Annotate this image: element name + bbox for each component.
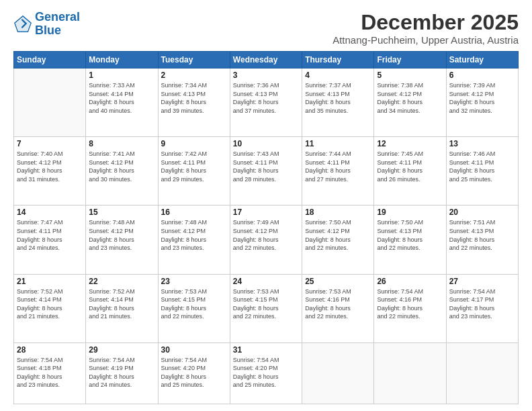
calendar-day-cell: 29Sunrise: 7:54 AM Sunset: 4:19 PM Dayli… <box>86 342 158 404</box>
day-info: Sunrise: 7:34 AM Sunset: 4:13 PM Dayligh… <box>161 81 227 115</box>
day-info: Sunrise: 7:51 AM Sunset: 4:13 PM Dayligh… <box>449 218 515 252</box>
calendar-day-cell: 14Sunrise: 7:47 AM Sunset: 4:11 PM Dayli… <box>14 205 86 274</box>
day-info: Sunrise: 7:54 AM Sunset: 4:19 PM Dayligh… <box>89 356 154 390</box>
calendar-day-cell: 10Sunrise: 7:43 AM Sunset: 4:11 PM Dayli… <box>230 137 302 205</box>
day-number: 23 <box>161 277 227 286</box>
day-info: Sunrise: 7:54 AM Sunset: 4:17 PM Dayligh… <box>449 287 515 321</box>
calendar-day-cell: 24Sunrise: 7:53 AM Sunset: 4:15 PM Dayli… <box>230 274 302 342</box>
calendar-day-cell: 30Sunrise: 7:54 AM Sunset: 4:20 PM Dayli… <box>158 342 230 404</box>
day-number: 10 <box>233 139 299 148</box>
calendar-day-cell: 21Sunrise: 7:52 AM Sunset: 4:14 PM Dayli… <box>14 274 86 342</box>
day-info: Sunrise: 7:48 AM Sunset: 4:12 PM Dayligh… <box>161 218 227 252</box>
calendar-day-cell: 12Sunrise: 7:45 AM Sunset: 4:11 PM Dayli… <box>374 137 446 205</box>
day-info: Sunrise: 7:53 AM Sunset: 4:16 PM Dayligh… <box>305 287 371 321</box>
calendar-day-cell: 28Sunrise: 7:54 AM Sunset: 4:18 PM Dayli… <box>14 342 86 404</box>
weekday-header-cell: Tuesday <box>158 52 230 68</box>
day-info: Sunrise: 7:53 AM Sunset: 4:15 PM Dayligh… <box>233 287 299 321</box>
day-number: 13 <box>449 139 515 148</box>
calendar-table: SundayMondayTuesdayWednesdayThursdayFrid… <box>13 51 519 404</box>
day-number: 16 <box>161 208 227 217</box>
page: General Blue December 2025 Attnang-Puchh… <box>0 0 532 411</box>
calendar-day-cell: 22Sunrise: 7:52 AM Sunset: 4:14 PM Dayli… <box>86 274 158 342</box>
day-info: Sunrise: 7:54 AM Sunset: 4:20 PM Dayligh… <box>161 356 227 390</box>
calendar-week-row: 14Sunrise: 7:47 AM Sunset: 4:11 PM Dayli… <box>14 205 519 274</box>
weekday-header-cell: Wednesday <box>230 52 302 68</box>
calendar-day-cell <box>374 342 446 404</box>
calendar-day-cell: 3Sunrise: 7:36 AM Sunset: 4:13 PM Daylig… <box>230 68 302 137</box>
calendar-day-cell: 31Sunrise: 7:54 AM Sunset: 4:20 PM Dayli… <box>230 342 302 404</box>
calendar-day-cell <box>446 342 518 404</box>
day-number: 24 <box>233 277 299 286</box>
weekday-header-row: SundayMondayTuesdayWednesdayThursdayFrid… <box>14 52 519 68</box>
calendar-day-cell: 23Sunrise: 7:53 AM Sunset: 4:15 PM Dayli… <box>158 274 230 342</box>
day-info: Sunrise: 7:41 AM Sunset: 4:12 PM Dayligh… <box>89 150 154 183</box>
day-number: 9 <box>161 139 227 148</box>
logo-icon <box>13 15 32 34</box>
day-info: Sunrise: 7:40 AM Sunset: 4:12 PM Dayligh… <box>17 150 83 183</box>
day-info: Sunrise: 7:48 AM Sunset: 4:12 PM Dayligh… <box>89 218 154 252</box>
svg-marker-0 <box>15 17 30 31</box>
day-number: 28 <box>17 345 83 355</box>
day-number: 8 <box>89 139 154 148</box>
calendar-day-cell: 7Sunrise: 7:40 AM Sunset: 4:12 PM Daylig… <box>14 137 86 205</box>
day-info: Sunrise: 7:43 AM Sunset: 4:11 PM Dayligh… <box>233 150 299 183</box>
weekday-header-cell: Thursday <box>302 52 374 68</box>
calendar-day-cell <box>14 68 86 137</box>
day-info: Sunrise: 7:54 AM Sunset: 4:20 PM Dayligh… <box>233 356 299 390</box>
day-number: 7 <box>17 139 83 148</box>
location-title: Attnang-Puchheim, Upper Austria, Austria <box>332 34 519 46</box>
day-number: 12 <box>377 139 443 148</box>
calendar-day-cell: 13Sunrise: 7:46 AM Sunset: 4:11 PM Dayli… <box>446 137 518 205</box>
day-info: Sunrise: 7:52 AM Sunset: 4:14 PM Dayligh… <box>17 287 83 321</box>
day-number: 31 <box>233 345 299 355</box>
day-number: 11 <box>305 139 371 148</box>
day-number: 5 <box>377 71 443 80</box>
calendar-day-cell: 16Sunrise: 7:48 AM Sunset: 4:12 PM Dayli… <box>158 205 230 274</box>
day-number: 21 <box>17 277 83 286</box>
calendar-day-cell: 6Sunrise: 7:39 AM Sunset: 4:12 PM Daylig… <box>446 68 518 137</box>
weekday-header-cell: Sunday <box>14 52 86 68</box>
calendar-week-row: 7Sunrise: 7:40 AM Sunset: 4:12 PM Daylig… <box>14 137 519 205</box>
day-info: Sunrise: 7:37 AM Sunset: 4:13 PM Dayligh… <box>305 81 371 115</box>
day-number: 18 <box>305 208 371 217</box>
day-info: Sunrise: 7:49 AM Sunset: 4:12 PM Dayligh… <box>233 218 299 252</box>
day-info: Sunrise: 7:42 AM Sunset: 4:11 PM Dayligh… <box>161 150 227 183</box>
calendar-day-cell: 8Sunrise: 7:41 AM Sunset: 4:12 PM Daylig… <box>86 137 158 205</box>
day-number: 4 <box>305 71 371 80</box>
calendar-week-row: 21Sunrise: 7:52 AM Sunset: 4:14 PM Dayli… <box>14 274 519 342</box>
day-info: Sunrise: 7:46 AM Sunset: 4:11 PM Dayligh… <box>449 150 515 183</box>
calendar-day-cell: 17Sunrise: 7:49 AM Sunset: 4:12 PM Dayli… <box>230 205 302 274</box>
day-number: 19 <box>377 208 443 217</box>
day-number: 27 <box>449 277 515 286</box>
calendar-day-cell: 27Sunrise: 7:54 AM Sunset: 4:17 PM Dayli… <box>446 274 518 342</box>
day-info: Sunrise: 7:38 AM Sunset: 4:12 PM Dayligh… <box>377 81 443 115</box>
day-info: Sunrise: 7:50 AM Sunset: 4:13 PM Dayligh… <box>377 218 443 252</box>
day-number: 17 <box>233 208 299 217</box>
calendar-day-cell: 19Sunrise: 7:50 AM Sunset: 4:13 PM Dayli… <box>374 205 446 274</box>
calendar-day-cell: 15Sunrise: 7:48 AM Sunset: 4:12 PM Dayli… <box>86 205 158 274</box>
calendar-day-cell: 9Sunrise: 7:42 AM Sunset: 4:11 PM Daylig… <box>158 137 230 205</box>
calendar-body: 1Sunrise: 7:33 AM Sunset: 4:14 PM Daylig… <box>14 68 519 404</box>
calendar-week-row: 28Sunrise: 7:54 AM Sunset: 4:18 PM Dayli… <box>14 342 519 404</box>
day-info: Sunrise: 7:39 AM Sunset: 4:12 PM Dayligh… <box>449 81 515 115</box>
calendar-day-cell: 4Sunrise: 7:37 AM Sunset: 4:13 PM Daylig… <box>302 68 374 137</box>
day-info: Sunrise: 7:47 AM Sunset: 4:11 PM Dayligh… <box>17 218 83 252</box>
day-number: 26 <box>377 277 443 286</box>
day-info: Sunrise: 7:54 AM Sunset: 4:18 PM Dayligh… <box>17 356 83 390</box>
day-number: 2 <box>161 71 227 80</box>
calendar-week-row: 1Sunrise: 7:33 AM Sunset: 4:14 PM Daylig… <box>14 68 519 137</box>
day-number: 29 <box>89 345 154 355</box>
weekday-header-cell: Saturday <box>446 52 518 68</box>
day-number: 3 <box>233 71 299 80</box>
day-info: Sunrise: 7:53 AM Sunset: 4:15 PM Dayligh… <box>161 287 227 321</box>
day-number: 30 <box>161 345 227 355</box>
day-info: Sunrise: 7:36 AM Sunset: 4:13 PM Dayligh… <box>233 81 299 115</box>
logo-line2: Blue <box>35 24 80 38</box>
calendar-day-cell: 26Sunrise: 7:54 AM Sunset: 4:16 PM Dayli… <box>374 274 446 342</box>
day-info: Sunrise: 7:54 AM Sunset: 4:16 PM Dayligh… <box>377 287 443 321</box>
calendar-day-cell <box>302 342 374 404</box>
weekday-header-cell: Monday <box>86 52 158 68</box>
day-info: Sunrise: 7:52 AM Sunset: 4:14 PM Dayligh… <box>89 287 154 321</box>
weekday-header-cell: Friday <box>374 52 446 68</box>
month-title: December 2025 <box>332 11 519 34</box>
